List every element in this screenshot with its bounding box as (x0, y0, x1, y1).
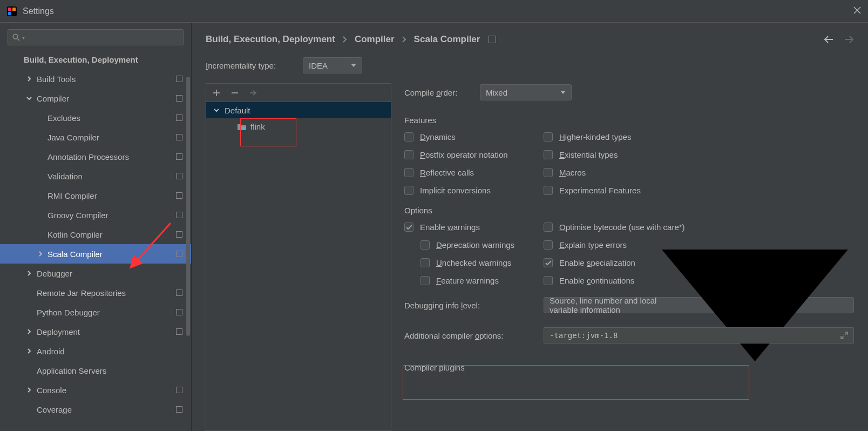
check-deprecation-warnings[interactable]: Deprecation warnings (404, 240, 544, 250)
checkbox[interactable] (421, 276, 430, 285)
sidebar-item-annotation-processors[interactable]: Annotation Processors (0, 147, 191, 166)
checkbox[interactable] (404, 150, 413, 159)
plugins-header: Compiler plugins (404, 363, 854, 372)
sidebar-item-java-compiler[interactable]: Java Compiler (0, 127, 191, 147)
tree-label: Deployment (37, 327, 80, 336)
check-implicit-conversions[interactable]: Implicit conversions (404, 186, 544, 195)
check-enable-warnings[interactable]: Enable warnings (404, 223, 544, 232)
check-label: Dynamics (420, 132, 456, 142)
sidebar-item-validation[interactable]: Validation (0, 166, 191, 186)
features-header: Features (404, 116, 854, 125)
sidebar: ▾ Build, Execution, DeploymentBuild Tool… (0, 23, 192, 431)
profile-default-label: Default (225, 106, 250, 115)
addopts-value: -target:jvm-1.8 (550, 331, 618, 340)
addopts-input[interactable]: -target:jvm-1.8 (544, 327, 854, 344)
sidebar-item-scala-compiler[interactable]: Scala Compiler (0, 244, 191, 264)
check-unchecked-warnings[interactable]: Unchecked warnings (404, 258, 544, 267)
sidebar-item-application-servers[interactable]: Application Servers (0, 361, 191, 380)
check-optimise-bytecode-use-with-care-[interactable]: Optimise bytecode (use with care*) (544, 223, 685, 232)
breadcrumb-part[interactable]: Compiler (355, 34, 395, 45)
sidebar-item-console[interactable]: Console (0, 380, 191, 400)
checkbox[interactable] (404, 168, 413, 177)
check-label: Enable warnings (420, 223, 480, 232)
check-postfix-operator-notation[interactable]: Postfix operator notation (404, 150, 544, 159)
checkbox[interactable] (544, 223, 553, 232)
breadcrumb-part[interactable]: Build, Execution, Deployment (206, 34, 335, 45)
tree-label: Debugger (37, 269, 72, 278)
sidebar-item-compiler[interactable]: Compiler (0, 89, 191, 108)
sidebar-item-build-execution-deployment[interactable]: Build, Execution, Deployment (0, 50, 191, 69)
tree-label: Android (37, 347, 65, 356)
profile-module-flink[interactable]: flink (206, 118, 391, 134)
check-label: Higher-kinded types (559, 132, 631, 142)
sidebar-scrollbar[interactable] (186, 77, 190, 336)
sidebar-item-kotlin-compiler[interactable]: Kotlin Compiler (0, 225, 191, 244)
compile-order-label: Compile order: (404, 88, 480, 97)
project-scope-icon (176, 387, 182, 393)
checkbox[interactable] (544, 186, 553, 195)
check-experimental-features[interactable]: Experimental Features (544, 186, 641, 195)
compile-order-value: Mixed (486, 88, 507, 97)
checkbox[interactable] (404, 223, 413, 232)
debug-level-value: Source, line number and local variable i… (550, 296, 662, 314)
close-button[interactable] (853, 6, 862, 16)
checkbox[interactable] (544, 258, 553, 267)
sidebar-item-deployment[interactable]: Deployment (0, 322, 191, 341)
main-panel: Build, Execution, Deployment Compiler Sc… (192, 23, 868, 431)
tree-label: Coverage (37, 405, 72, 414)
check-higher-kinded-types[interactable]: Higher-kinded types (544, 132, 641, 142)
check-feature-warnings[interactable]: Feature warnings (404, 276, 544, 285)
svg-point-6 (13, 34, 18, 39)
add-icon[interactable] (213, 89, 220, 97)
svg-rect-15 (242, 127, 246, 130)
checkbox[interactable] (421, 258, 430, 267)
sidebar-search-input[interactable] (25, 33, 179, 42)
profile-toolbar (206, 84, 391, 102)
addopts-label: Additional compiler options: (404, 331, 544, 340)
remove-icon[interactable] (231, 89, 239, 97)
checkbox[interactable] (544, 240, 553, 250)
checkbox[interactable] (421, 240, 430, 250)
breadcrumb: Build, Execution, Deployment Compiler Sc… (206, 23, 854, 56)
compile-order-select[interactable]: Mixed (480, 84, 572, 100)
checkbox[interactable] (544, 168, 553, 177)
sidebar-item-remote-jar-repositories[interactable]: Remote Jar Repositories (0, 283, 191, 302)
tree-label: Application Servers (37, 366, 106, 375)
incrementality-value: IDEA (309, 61, 328, 70)
checkbox[interactable] (404, 132, 413, 142)
project-scope-icon (176, 309, 182, 315)
check-dynamics[interactable]: Dynamics (404, 132, 544, 142)
settings-column: Compile order: Mixed Features DynamicsPo… (404, 83, 854, 431)
check-label: Experimental Features (559, 186, 641, 195)
nav-back-icon[interactable] (824, 34, 835, 45)
sidebar-item-excludes[interactable]: Excludes (0, 108, 191, 127)
checkbox[interactable] (544, 276, 553, 285)
profile-default[interactable]: Default (206, 102, 391, 118)
sidebar-item-android[interactable]: Android (0, 341, 191, 361)
check-label: Optimise bytecode (use with care*) (559, 223, 685, 232)
expand-icon[interactable] (840, 332, 848, 339)
sidebar-search[interactable]: ▾ (8, 29, 184, 45)
sidebar-item-python-debugger[interactable]: Python Debugger (0, 302, 191, 322)
check-explain-type-errors[interactable]: Explain type errors (544, 240, 685, 250)
goto-icon[interactable] (249, 89, 257, 97)
tree-label: RMI Compiler (48, 191, 97, 200)
check-reflective-calls[interactable]: Reflective calls (404, 168, 544, 177)
check-label: Existential types (559, 150, 618, 159)
incrementality-label: Incrementality type: (206, 61, 303, 70)
checkbox[interactable] (544, 150, 553, 159)
sidebar-item-debugger[interactable]: Debugger (0, 264, 191, 283)
sidebar-item-coverage[interactable]: Coverage (0, 400, 191, 419)
tree-label: Annotation Processors (48, 152, 129, 161)
check-existential-types[interactable]: Existential types (544, 150, 641, 159)
sidebar-item-groovy-compiler[interactable]: Groovy Compiler (0, 205, 191, 225)
debug-level-select[interactable]: Source, line number and local variable i… (544, 297, 854, 313)
sidebar-item-rmi-compiler[interactable]: RMI Compiler (0, 186, 191, 205)
app-icon (6, 6, 17, 17)
checkbox[interactable] (404, 186, 413, 195)
incrementality-select[interactable]: IDEA (303, 57, 362, 73)
check-macros[interactable]: Macros (544, 168, 641, 177)
checkbox[interactable] (544, 132, 553, 142)
options-header: Options (404, 206, 854, 215)
sidebar-item-build-tools[interactable]: Build Tools (0, 69, 191, 89)
